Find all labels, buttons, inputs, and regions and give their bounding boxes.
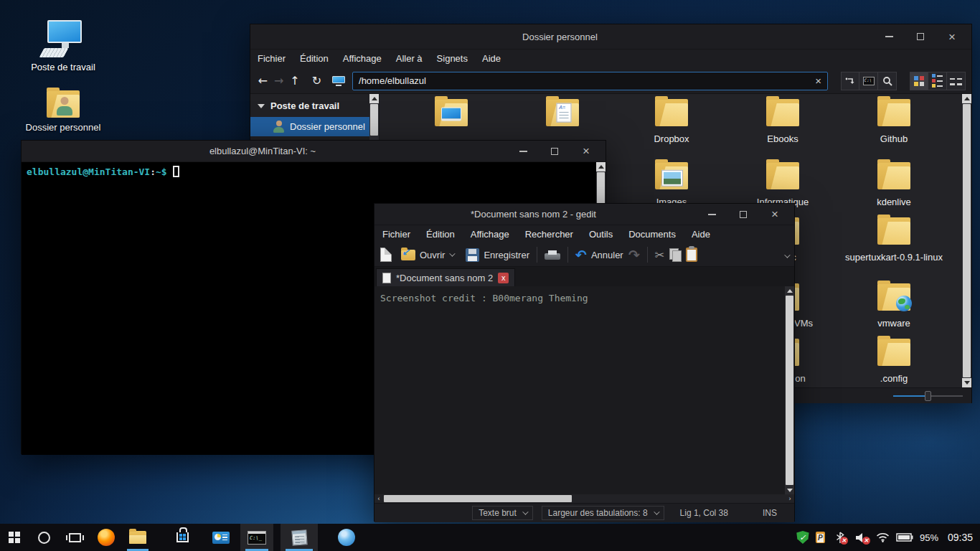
task-view-button[interactable] — [59, 524, 90, 551]
battery-tray-icon[interactable] — [896, 533, 913, 542]
new-document-button[interactable] — [380, 248, 392, 262]
scroll-down-button[interactable] — [962, 378, 971, 387]
chevron-down-icon[interactable] — [450, 250, 456, 256]
bluetooth-tray-icon[interactable]: ✕ — [836, 532, 844, 543]
folder-item[interactable]: vmware — [840, 283, 948, 338]
desktop-icon-computer[interactable]: Poste de travail — [9, 20, 117, 72]
terminal-titlebar[interactable]: elbullazul@MinTitan-VI: ~ × — [22, 141, 606, 162]
icon-view-button[interactable] — [910, 72, 928, 90]
file-manager-task[interactable] — [122, 524, 154, 551]
chromium-launcher[interactable] — [331, 524, 362, 551]
sidebar-item-home[interactable]: Dossier personnel — [250, 117, 379, 136]
security-tray-icon[interactable] — [796, 531, 809, 544]
document-text[interactable]: Screenshot credit : B00merang Theming — [374, 286, 794, 310]
redo-button[interactable]: ↷ — [628, 248, 640, 262]
gedit-menu-rechercher[interactable]: Rechercher — [517, 225, 581, 243]
fm-titlebar[interactable]: Dossier personnel × — [250, 24, 971, 50]
close-button[interactable]: × — [943, 29, 961, 44]
scrollbar-thumb[interactable] — [963, 104, 971, 377]
list-view-button[interactable] — [928, 72, 947, 90]
gedit-menu-outils[interactable]: Outils — [581, 225, 621, 243]
maximize-button[interactable] — [545, 143, 564, 159]
undo-button[interactable]: ↶ Annuler — [575, 248, 623, 262]
folder-item[interactable]: supertuxkart-0.9.1-linux — [840, 217, 948, 272]
gedit-titlebar[interactable]: *Document sans nom 2 - gedit × — [374, 204, 794, 225]
fm-menu-fichier[interactable]: Fichier — [250, 50, 293, 68]
scrollbar-thumb[interactable] — [786, 296, 793, 485]
expander-icon[interactable] — [258, 104, 265, 108]
refresh-button[interactable]: ↻ — [310, 72, 323, 90]
gedit-menu-aide[interactable]: Aide — [684, 225, 718, 243]
forward-button[interactable]: → — [272, 72, 285, 90]
gedit-menu-fichier[interactable]: Fichier — [374, 225, 418, 243]
folder-item[interactable]: .config — [840, 339, 948, 393]
fm-menu-aide[interactable]: Aide — [475, 50, 508, 68]
zoom-slider[interactable] — [893, 395, 963, 397]
open-terminal-button[interactable]: C:\ — [859, 72, 878, 90]
firefox-launcher[interactable] — [90, 524, 122, 551]
folder-item[interactable]: Ebooks — [729, 99, 837, 154]
cut-button[interactable]: ✂ — [655, 248, 664, 262]
scroll-right-button[interactable]: › — [786, 494, 794, 503]
clear-location-icon[interactable]: × — [815, 75, 821, 87]
sidebar-root[interactable]: Poste de travail — [250, 94, 379, 116]
maximize-button[interactable] — [734, 207, 753, 222]
gedit-menu-affichage[interactable]: Affichage — [463, 225, 517, 243]
cortana-button[interactable] — [29, 524, 59, 551]
folder-item[interactable]: Github — [840, 99, 948, 154]
network-tray-icon[interactable] — [876, 532, 890, 542]
scroll-up-button[interactable] — [369, 94, 379, 103]
store-launcher[interactable] — [166, 524, 198, 551]
compact-view-button[interactable] — [947, 72, 966, 90]
scroll-up-button[interactable] — [596, 162, 606, 171]
highlight-mode-dropdown[interactable]: Texte brut — [472, 506, 533, 520]
fm-menu-signets[interactable]: Signets — [430, 50, 475, 68]
save-button[interactable]: Enregistrer — [466, 248, 529, 262]
scroll-up-button[interactable] — [785, 286, 794, 295]
scroll-left-button[interactable]: ‹ — [374, 494, 383, 503]
close-button[interactable]: × — [577, 143, 595, 159]
maximize-button[interactable] — [911, 29, 930, 44]
scrollbar-thumb[interactable] — [384, 495, 572, 502]
tab-width-dropdown[interactable]: Largeur des tabulations: 8 — [542, 506, 664, 520]
gedit-horizontal-scrollbar[interactable]: ‹ › — [374, 494, 794, 503]
search-button[interactable] — [878, 72, 897, 90]
gedit-task[interactable] — [281, 524, 318, 551]
up-button[interactable]: ↑ — [288, 72, 301, 90]
clock-label[interactable]: 09:35 — [948, 532, 973, 543]
copy-button[interactable] — [669, 248, 681, 261]
folder-item[interactable]: Dropbox — [618, 99, 725, 154]
location-bar[interactable]: /home/elbullazul × — [352, 72, 828, 90]
desktop-icon-home[interactable]: Dossier personnel — [9, 90, 117, 133]
print-button[interactable] — [545, 248, 560, 262]
start-button[interactable] — [0, 524, 29, 551]
minimize-button[interactable] — [880, 29, 898, 44]
close-button[interactable]: × — [765, 207, 784, 222]
zoom-slider-handle[interactable] — [925, 391, 931, 401]
control-panel-launcher[interactable] — [205, 524, 237, 551]
gedit-text-area[interactable]: Screenshot credit : B00merang Theming — [374, 286, 794, 494]
goto-button[interactable] — [841, 72, 859, 90]
computer-location-button[interactable] — [332, 72, 345, 90]
scroll-up-button[interactable] — [962, 94, 971, 103]
terminal-task[interactable] — [240, 524, 273, 551]
fm-menu-affichage[interactable]: Affichage — [336, 50, 389, 68]
fm-menu-aller-[interactable]: Aller à — [389, 50, 430, 68]
paste-button[interactable] — [686, 248, 697, 262]
gedit-menu--dition[interactable]: Édition — [418, 225, 463, 243]
scrollbar-thumb[interactable] — [370, 104, 378, 136]
fm-main-scrollbar[interactable] — [962, 94, 971, 387]
open-button[interactable]: Ouvrir — [401, 250, 453, 260]
tab-close-button[interactable]: x — [498, 273, 509, 283]
minimize-button[interactable] — [702, 207, 721, 222]
toolbar-overflow-button[interactable] — [784, 250, 788, 260]
folder-item[interactable]: kdenlive — [840, 162, 948, 217]
fm-menu--dition[interactable]: Édition — [293, 50, 336, 68]
minimize-button[interactable] — [514, 143, 532, 159]
document-tab[interactable]: *Document sans nom 2 x — [376, 268, 515, 286]
back-button[interactable]: ← — [256, 72, 269, 90]
volume-tray-icon[interactable]: ✕ — [855, 532, 867, 543]
gedit-menu-documents[interactable]: Documents — [621, 225, 684, 243]
gedit-vertical-scrollbar[interactable] — [785, 286, 794, 494]
scroll-down-button[interactable] — [785, 486, 794, 494]
